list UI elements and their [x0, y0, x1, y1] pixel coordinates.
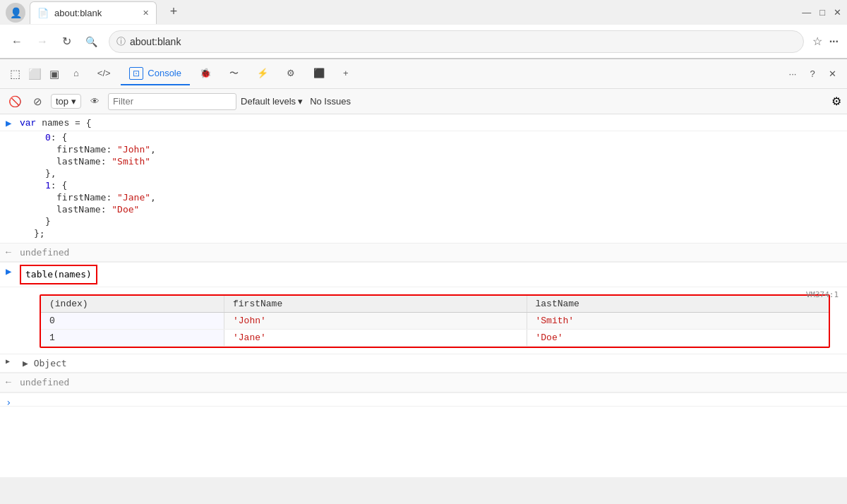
- tab-network[interactable]: 〜: [221, 61, 247, 87]
- title-bar-left: 👤 📄 about:blank ✕ +: [6, 1, 184, 24]
- log-levels-label: Default levels: [241, 96, 296, 107]
- object-label: ▶ Object: [23, 356, 67, 371]
- tab-title: about:blank: [54, 8, 102, 18]
- code-line-1: var names = {: [20, 118, 91, 128]
- code-line-10: };: [0, 227, 847, 243]
- return-value-1: undefined: [20, 246, 69, 260]
- avatar: 👤: [6, 3, 25, 23]
- return-line-1: ← undefined: [0, 243, 847, 263]
- console-toolbar: 🚫 ⊘ top ▾ 👁 Default levels ▾ No Issues ⚙: [0, 89, 847, 114]
- eye-button[interactable]: 👁: [85, 92, 104, 111]
- table-cell-firstname-1: 'Jane': [224, 330, 527, 346]
- console-command-line-2: ▶ table(names): [0, 262, 847, 287]
- table-header: (index) firstName lastName: [41, 296, 829, 313]
- more-tools-button[interactable]: ···: [783, 65, 802, 83]
- tab-memory[interactable]: ⬛: [305, 62, 333, 85]
- context-dropdown-arrow: ▾: [71, 96, 76, 107]
- log-levels-button[interactable]: Default levels ▾: [241, 96, 303, 107]
- back-button[interactable]: ←: [8, 32, 25, 51]
- tab-home[interactable]: ⌂: [65, 62, 88, 85]
- console-input-prompt[interactable]: ›: [0, 392, 847, 407]
- console-icon: ⊡: [129, 67, 143, 80]
- address-bar: ← → ↻ 🔍 ⓘ about:blank ☆ ···: [0, 25, 847, 59]
- issues-label: No Issues: [310, 96, 351, 107]
- code-line-5: },: [0, 167, 847, 179]
- input-prompt-2: ▶: [6, 265, 11, 280]
- tab-add[interactable]: +: [335, 62, 357, 85]
- device-toolbar-button[interactable]: ⬜: [25, 65, 44, 83]
- object-line: ▶ ▶ Object: [0, 354, 847, 373]
- code-line-7: firstName: "Jane",: [0, 191, 847, 203]
- console-content[interactable]: ▶ var names = { 0: { firstName: "John", …: [0, 114, 847, 477]
- help-button[interactable]: ?: [803, 65, 822, 83]
- minimize-button[interactable]: —: [802, 7, 811, 18]
- table-header-firstname: firstName: [224, 296, 527, 312]
- tab-bug[interactable]: 🐞: [191, 62, 220, 85]
- title-bar: 👤 📄 about:blank ✕ + — □ ✕: [0, 0, 847, 25]
- input-caret: ›: [6, 395, 11, 410]
- new-tab-button[interactable]: +: [164, 2, 184, 22]
- tab-close-button[interactable]: ✕: [143, 8, 149, 18]
- browser-tab[interactable]: 📄 about:blank ✕: [30, 1, 157, 24]
- restore-button[interactable]: □: [819, 7, 825, 18]
- code-line-3: firstName: "John",: [0, 143, 847, 155]
- code-line-6: 1: {: [0, 179, 847, 191]
- inspect-element-button[interactable]: ⬚: [6, 65, 24, 83]
- console-settings-button[interactable]: ⚙: [831, 95, 841, 108]
- console-command-line-1: ▶ var names = {: [0, 114, 847, 131]
- search-button[interactable]: 🔍: [83, 33, 100, 50]
- table-row: 1 'Jane' 'Doe': [41, 330, 829, 347]
- code-line-8: lastName: "Doe": [0, 203, 847, 215]
- table-command-box: table(names): [20, 265, 97, 284]
- context-selector[interactable]: top ▾: [51, 94, 81, 109]
- tab-console-label: Console: [148, 68, 181, 78]
- object-expand-arrow[interactable]: ▶: [6, 356, 10, 367]
- tab-page-icon: 📄: [37, 8, 49, 18]
- console-table-wrapper: VM374:1 (index) firstName lastName 0 'Jo…: [0, 287, 847, 354]
- table-cell-index-1: 1: [41, 330, 224, 346]
- table-cell-index-0: 0: [41, 313, 224, 329]
- console-table: (index) firstName lastName 0 'John' 'Smi…: [40, 294, 830, 348]
- bookmark-button[interactable]: ☆: [812, 35, 822, 48]
- clear-console-button[interactable]: 🚫: [6, 92, 24, 111]
- devtools-panel: ⬚ ⬜ ▣ ⌂ </> ⊡ Console 🐞 〜 ⚡ ⚙ ⬛ + ··· ? …: [0, 59, 847, 477]
- tab-console[interactable]: ⊡ Console: [121, 62, 190, 85]
- code-line-9: }: [0, 215, 847, 227]
- no-filter-button[interactable]: ⊘: [28, 92, 47, 111]
- log-levels-arrow: ▾: [298, 96, 303, 107]
- vm-badge: VM374:1: [806, 290, 839, 299]
- table-header-lastname: lastName: [527, 296, 829, 312]
- return-value-2: undefined: [20, 376, 69, 390]
- info-icon: ⓘ: [116, 35, 126, 48]
- tab-performance[interactable]: ⚙: [278, 62, 304, 85]
- address-input[interactable]: ⓘ about:blank: [109, 30, 804, 53]
- window-controls: — □ ✕: [802, 7, 841, 18]
- forward-button[interactable]: →: [34, 32, 51, 51]
- tab-elements[interactable]: </>: [89, 62, 119, 85]
- return-arrow-1: ←: [6, 246, 11, 260]
- sidebar-toggle-button[interactable]: ▣: [45, 65, 64, 83]
- devtools-tab-bar: ⬚ ⬜ ▣ ⌂ </> ⊡ Console 🐞 〜 ⚡ ⚙ ⬛ + ··· ? …: [0, 59, 847, 89]
- table-row: 0 'John' 'Smith': [41, 313, 829, 330]
- tab-sources[interactable]: ⚡: [248, 62, 277, 85]
- return-line-2: ← undefined: [0, 373, 847, 392]
- close-devtools-button[interactable]: ✕: [823, 65, 841, 83]
- context-label: top: [56, 96, 68, 107]
- table-cell-firstname-0: 'John': [224, 313, 527, 329]
- address-bar-actions: ☆ ···: [812, 35, 839, 48]
- more-button[interactable]: ···: [829, 35, 839, 48]
- input-prompt-1: ▶: [6, 116, 11, 131]
- filter-input[interactable]: [108, 93, 236, 110]
- code-line-2: 0: {: [0, 131, 847, 143]
- table-command: table(names): [20, 265, 97, 284]
- return-arrow-2: ←: [6, 376, 11, 390]
- table-cell-lastname-0: 'Smith': [527, 313, 829, 329]
- refresh-button[interactable]: ↻: [59, 32, 74, 51]
- close-button[interactable]: ✕: [834, 7, 841, 18]
- address-text: about:blank: [130, 36, 181, 47]
- code-line-4: lastName: "Smith": [0, 155, 847, 167]
- table-header-index: (index): [41, 296, 224, 312]
- table-cell-lastname-1: 'Doe': [527, 330, 829, 346]
